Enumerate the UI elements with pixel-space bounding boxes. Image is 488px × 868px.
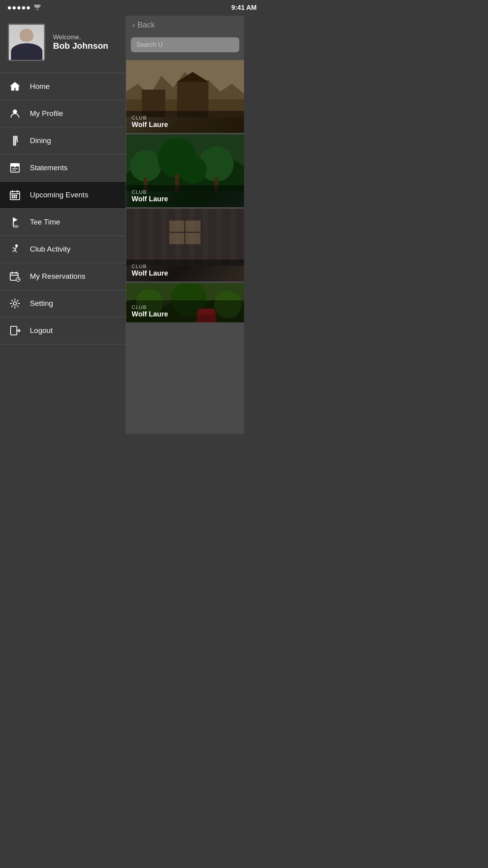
back-button[interactable]: ‹ Back (126, 16, 244, 34)
svg-point-48 (179, 156, 207, 184)
nav-item-logout[interactable]: Logout (0, 317, 126, 344)
status-bar: 9:41 AM (0, 0, 244, 16)
card-club-label-1: CLUB (132, 115, 238, 121)
right-panel: ‹ Back Search U (126, 16, 244, 434)
svg-rect-13 (12, 195, 13, 196)
signal-dot-3 (17, 6, 20, 9)
svg-rect-3 (17, 136, 17, 140)
card-club-name-1: Wolf Laure (132, 121, 238, 129)
search-placeholder: Search U (136, 41, 163, 48)
user-header: Welcome, Bob Johnson (0, 16, 126, 73)
nav-label-my-profile: My Profile (30, 109, 63, 118)
signal-dot-2 (13, 6, 16, 9)
svg-line-23 (15, 247, 17, 250)
user-name: Bob Johnson (53, 41, 108, 51)
svg-point-0 (13, 110, 17, 114)
svg-rect-2 (15, 136, 16, 145)
signal-dot-1 (8, 6, 11, 9)
svg-rect-54 (134, 209, 140, 266)
signal-dot-5 (27, 6, 30, 9)
card-club-label-4: CLUB (132, 304, 238, 310)
card-club-label-3: CLUB (132, 263, 238, 269)
tee-time-icon (8, 215, 22, 229)
svg-rect-18 (16, 197, 17, 198)
nav-item-club-activity[interactable]: Club Activity (0, 235, 126, 263)
nav-item-my-reservations[interactable]: My Reservations (0, 263, 126, 290)
card-club-name-3: Wolf Laure (132, 269, 238, 278)
svg-rect-60 (216, 209, 222, 266)
svg-text:$: $ (14, 165, 16, 168)
club-cards-list: CLUB Wolf Laure (126, 55, 244, 434)
nav-label-tee-time: Tee Time (30, 218, 60, 226)
svg-point-21 (13, 226, 18, 227)
signal-indicators (8, 4, 41, 11)
club-card-2[interactable]: CLUB Wolf Laure (126, 134, 244, 207)
nav-label-dining: Dining (30, 136, 51, 145)
card-overlay-3: CLUB Wolf Laure (126, 259, 244, 281)
svg-point-34 (13, 302, 17, 305)
svg-line-26 (13, 248, 15, 248)
svg-rect-56 (161, 209, 167, 266)
svg-rect-15 (16, 195, 17, 196)
svg-rect-14 (14, 195, 15, 196)
back-chevron-icon: ‹ (132, 20, 135, 29)
svg-rect-61 (230, 209, 236, 266)
upcoming-events-icon (8, 188, 22, 202)
svg-line-25 (15, 250, 17, 252)
nav-item-tee-time[interactable]: Tee Time (0, 208, 126, 235)
club-card-4[interactable]: CLUB Wolf Laure (126, 283, 244, 322)
card-club-label-2: CLUB (132, 189, 238, 195)
nav-label-statements: Statements (30, 164, 68, 172)
svg-rect-16 (12, 197, 13, 198)
nav-label-setting: Setting (30, 299, 53, 308)
setting-icon (8, 296, 22, 311)
avatar-head (20, 29, 33, 42)
signal-dot-4 (22, 6, 25, 9)
svg-rect-35 (11, 326, 17, 335)
svg-point-45 (130, 150, 161, 182)
avatar-image (9, 25, 44, 60)
main-area: Welcome, Bob Johnson Home (0, 16, 244, 434)
nav-item-home[interactable]: Home (0, 73, 126, 100)
nav-label-my-reservations: My Reservations (30, 272, 86, 281)
home-icon (8, 79, 22, 94)
welcome-text: Welcome, (53, 34, 108, 41)
card-club-name-2: Wolf Laure (132, 195, 238, 203)
svg-rect-1 (13, 136, 14, 145)
card-club-name-4: Wolf Laure (132, 310, 238, 318)
nav-menu: Home My Profile (0, 73, 126, 434)
card-overlay-1: CLUB Wolf Laure (126, 111, 244, 133)
profile-icon (8, 107, 22, 121)
svg-rect-59 (202, 209, 208, 266)
sidebar: Welcome, Bob Johnson Home (0, 16, 126, 434)
nav-item-setting[interactable]: Setting (0, 290, 126, 317)
card-overlay-2: CLUB Wolf Laure (126, 185, 244, 207)
statements-icon: $ (8, 161, 22, 175)
nav-label-home: Home (30, 82, 50, 91)
nav-item-dining[interactable]: Dining (0, 127, 126, 154)
svg-line-24 (13, 250, 15, 252)
svg-point-22 (15, 245, 18, 247)
user-info: Welcome, Bob Johnson (53, 34, 108, 51)
nav-label-logout: Logout (30, 326, 53, 335)
svg-rect-55 (148, 209, 154, 266)
logout-icon (8, 324, 22, 338)
nav-item-upcoming-events[interactable]: Upcoming Events (0, 181, 126, 208)
club-activity-icon (8, 242, 22, 256)
wifi-icon (34, 4, 41, 11)
nav-item-my-profile[interactable]: My Profile (0, 100, 126, 127)
status-time: 9:41 AM (231, 4, 244, 12)
back-label: Back (138, 20, 155, 29)
search-bar[interactable]: Search U (131, 37, 239, 52)
svg-rect-17 (14, 197, 15, 198)
club-card-3[interactable]: CLUB Wolf Laure (126, 209, 244, 281)
my-reservations-icon (8, 269, 22, 283)
card-overlay-4: CLUB Wolf Laure (126, 300, 244, 322)
svg-marker-20 (13, 218, 17, 222)
club-card-1[interactable]: CLUB Wolf Laure (126, 60, 244, 133)
nav-label-club-activity: Club Activity (30, 245, 70, 254)
nav-item-statements[interactable]: $ Statements (0, 154, 126, 181)
avatar-shoulders (11, 43, 42, 60)
dining-icon (8, 134, 22, 148)
nav-label-upcoming-events: Upcoming Events (30, 191, 88, 199)
